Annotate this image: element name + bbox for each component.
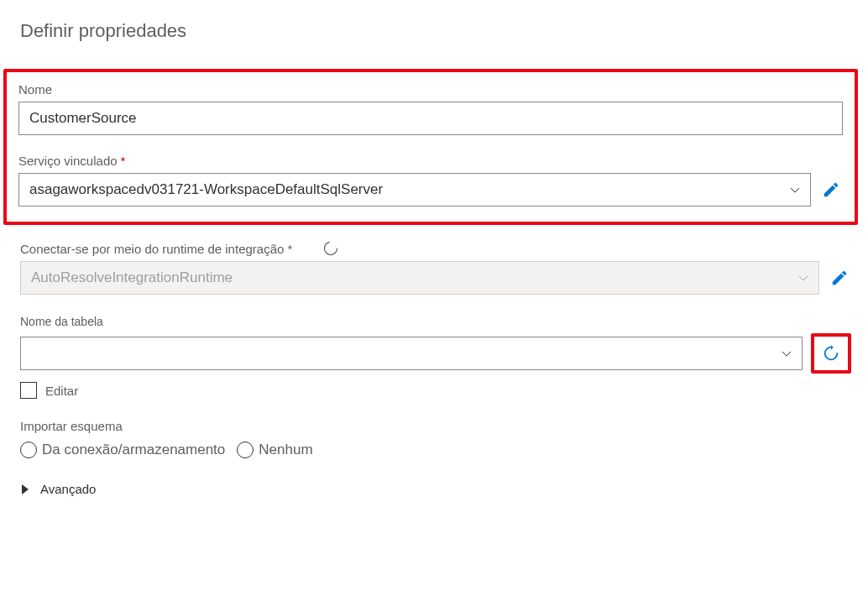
edit-integration-runtime-button[interactable]	[828, 266, 851, 290]
name-input[interactable]	[18, 102, 843, 135]
chevron-down-icon	[797, 271, 810, 285]
linked-service-select[interactable]: asagaworkspacedv031721-WorkspaceDefaultS…	[18, 173, 811, 207]
import-schema-label: Importar esquema	[20, 419, 851, 433]
highlight-name-linkedservice: Nome Serviço vinculado* asagaworkspacedv…	[3, 69, 858, 225]
page-title: Definir propriedades	[20, 20, 851, 42]
edit-checkbox-label: Editar	[45, 384, 78, 398]
name-label: Nome	[18, 82, 843, 97]
chevron-down-icon	[788, 183, 802, 196]
integration-runtime-select: AutoResolveIntegrationRuntime	[20, 261, 819, 295]
linked-service-label: Serviço vinculado*	[18, 154, 843, 168]
loading-spinner-icon	[322, 240, 339, 257]
import-schema-radio-connection[interactable]	[20, 442, 37, 458]
chevron-right-icon	[20, 484, 30, 495]
edit-linked-service-button[interactable]	[819, 178, 843, 201]
chevron-down-icon	[780, 347, 793, 360]
import-schema-option-none: Nenhum	[259, 442, 312, 458]
svg-point-0	[325, 243, 337, 255]
import-schema-option-connection: Da conexão/armazenamento	[42, 442, 225, 458]
advanced-toggle[interactable]: Avançado	[20, 482, 851, 496]
integration-runtime-label: Conectar-se por meio do runtime de integ…	[20, 242, 292, 256]
refresh-button[interactable]	[819, 342, 843, 365]
table-name-select[interactable]	[20, 337, 803, 370]
required-asterisk: *	[121, 154, 126, 168]
edit-checkbox[interactable]	[20, 382, 37, 399]
advanced-label: Avançado	[40, 482, 96, 496]
table-name-label: Nome da tabela	[20, 315, 851, 328]
import-schema-radio-none[interactable]	[237, 442, 254, 458]
highlight-refresh	[811, 333, 851, 374]
